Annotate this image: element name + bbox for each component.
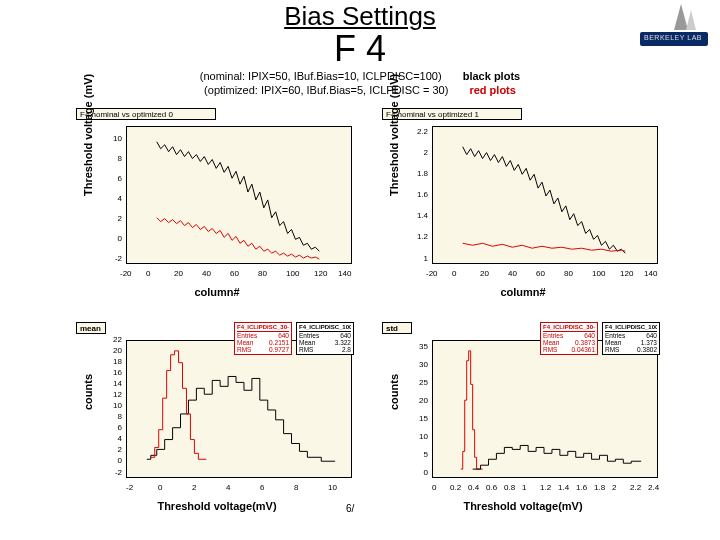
x-tick: -20 — [426, 269, 438, 278]
x-tick: 8 — [294, 483, 298, 492]
stat-header: F4_ICLIPDISC_100 — [605, 324, 657, 332]
page-subtitle: F 4 — [0, 31, 720, 67]
y-tick: 30 — [388, 360, 428, 369]
x-tick: 1.8 — [594, 483, 605, 492]
x-tick: 100 — [286, 269, 299, 278]
y-tick: 10 — [82, 134, 122, 143]
x-tick: 20 — [480, 269, 489, 278]
y-tick: 12 — [82, 390, 122, 399]
param-optimized: (optimized: IPIX=60, IBuf.Bias=5, ICLPDI… — [204, 84, 448, 98]
y-tick: 2 — [82, 214, 122, 223]
page-header: Bias Settings F 4 — [0, 2, 720, 67]
param-nominal-label: black plots — [463, 70, 520, 82]
y-tick: 1.4 — [388, 211, 428, 220]
y-tick: 1.2 — [388, 232, 428, 241]
stat-label: RMS — [299, 346, 313, 353]
x-tick: 20 — [174, 269, 183, 278]
y-tick: 1.8 — [388, 169, 428, 178]
stat-value: 3.322 — [335, 339, 351, 346]
stat-value: 0.9727 — [269, 346, 289, 353]
x-tick: 1.2 — [540, 483, 551, 492]
stat-value: 2.8 — [342, 346, 351, 353]
chart-title: F4 nominal vs optimized 0 — [76, 108, 216, 120]
page-title: Bias Settings — [0, 2, 720, 31]
chart-bottom-left: mean counts Threshold voltage(mV) F4_ICL… — [76, 318, 358, 514]
chart-title: F4 nominal vs optimized 1 — [382, 108, 522, 120]
chart-title: std — [382, 322, 412, 334]
chart-top-left: F4 nominal vs optimized 0 Threshold volt… — [76, 104, 358, 300]
x-tick: 0 — [452, 269, 456, 278]
x-tick: 0.2 — [450, 483, 461, 492]
x-tick: 0.8 — [504, 483, 515, 492]
x-axis-label: Threshold voltage(mV) — [382, 500, 664, 512]
x-tick: 80 — [258, 269, 267, 278]
y-tick: 0 — [82, 234, 122, 243]
chart-bottom-right: std counts Threshold voltage(mV) F4_ICLI… — [382, 318, 664, 514]
x-tick: 0 — [146, 269, 150, 278]
param-nominal: (nominal: IPIX=50, IBuf.Bias=10, ICLPDIS… — [200, 70, 442, 84]
x-tick: 2 — [612, 483, 616, 492]
y-tick: 2.2 — [388, 127, 428, 136]
stat-value: 0.2151 — [269, 339, 289, 346]
stat-value: 0.3873 — [575, 339, 595, 346]
y-tick: 15 — [388, 414, 428, 423]
stat-label: Mean — [237, 339, 253, 346]
y-tick: 22 — [82, 335, 122, 344]
stat-label: Mean — [299, 339, 315, 346]
stat-box-black: F4_ICLIPDISC_100 Entries640 Mean1.373 RM… — [602, 322, 660, 355]
stat-value: 1.373 — [641, 339, 657, 346]
param-optimized-label: red plots — [469, 84, 515, 96]
x-tick: -2 — [126, 483, 133, 492]
y-tick: 16 — [82, 368, 122, 377]
x-tick: 2.4 — [648, 483, 659, 492]
stat-box-red: F4_ICLIPDISC_30-MEAN Entries640 Mean0.38… — [540, 322, 598, 355]
plot-area — [432, 340, 658, 478]
y-tick: 2 — [82, 445, 122, 454]
y-tick: 0 — [82, 456, 122, 465]
x-tick: 1 — [522, 483, 526, 492]
y-tick: 5 — [388, 450, 428, 459]
chart-title: mean — [76, 322, 106, 334]
y-tick: 4 — [82, 194, 122, 203]
x-axis-label: column# — [76, 286, 358, 298]
y-tick: 0 — [388, 468, 428, 477]
x-tick: 100 — [592, 269, 605, 278]
stat-label: Mean — [605, 339, 621, 346]
x-tick: 140 — [644, 269, 657, 278]
x-tick: -20 — [120, 269, 132, 278]
x-tick: 80 — [564, 269, 573, 278]
y-tick: -2 — [82, 468, 122, 477]
y-tick: 25 — [388, 378, 428, 387]
stat-header: F4_ICLIPDISC_100 — [299, 324, 351, 332]
y-tick: 8 — [82, 154, 122, 163]
x-tick: 0.6 — [486, 483, 497, 492]
x-tick: 1.4 — [558, 483, 569, 492]
y-tick: 1.6 — [388, 190, 428, 199]
y-tick: 6 — [82, 423, 122, 432]
stat-value: 640 — [584, 332, 595, 339]
stat-label: Entries — [543, 332, 563, 339]
stat-value: 640 — [340, 332, 351, 339]
plot-area — [126, 126, 352, 264]
stat-label: RMS — [605, 346, 619, 353]
stat-label: Entries — [299, 332, 319, 339]
x-tick: 120 — [620, 269, 633, 278]
stat-value: 0.3802 — [637, 346, 657, 353]
x-tick: 10 — [328, 483, 337, 492]
x-tick: 4 — [226, 483, 230, 492]
x-tick: 0 — [432, 483, 436, 492]
stat-value: 640 — [278, 332, 289, 339]
berkeley-lab-logo — [634, 4, 714, 54]
x-tick: 40 — [202, 269, 211, 278]
stat-value: 640 — [646, 332, 657, 339]
y-tick: -2 — [82, 254, 122, 263]
chart-top-right: F4 nominal vs optimized 1 Threshold volt… — [382, 104, 664, 300]
x-tick: 140 — [338, 269, 351, 278]
x-axis-label: column# — [382, 286, 664, 298]
x-tick: 2.2 — [630, 483, 641, 492]
y-tick: 4 — [82, 434, 122, 443]
stat-value: 0.04361 — [572, 346, 596, 353]
stat-label: RMS — [237, 346, 251, 353]
x-tick: 60 — [230, 269, 239, 278]
y-tick: 6 — [82, 174, 122, 183]
